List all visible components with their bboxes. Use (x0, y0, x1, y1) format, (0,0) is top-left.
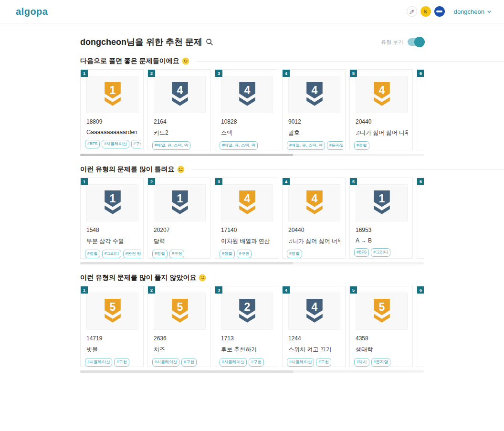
tier-shield-icon: 4 (237, 189, 257, 216)
tag-chip[interactable]: #정렬 (85, 250, 100, 258)
tag-list: #정렬#구현 (152, 250, 208, 258)
problem-id: 9012 (288, 118, 345, 125)
tag-chip[interactable]: #그리디 (371, 248, 390, 257)
problem-id: 17140 (221, 227, 278, 233)
tag-chip[interactable]: #정렬 (354, 141, 369, 150)
tag-chip[interactable]: #구현 (131, 140, 141, 148)
tag-chip[interactable]: #완전 탐색 (123, 250, 141, 258)
tag-chip[interactable]: #시뮬레이션 (102, 140, 129, 148)
scrollbar-thumb[interactable] (80, 154, 293, 156)
tag-chip[interactable]: #시뮬레이션 (152, 358, 179, 367)
tag-list: #배열, 큐, 스택, 덱#문자열 (287, 141, 343, 150)
problem-card[interactable]: 3 4 10828 스택 #배열, 큐, 스택, 덱 (215, 69, 278, 150)
problem-title: 후보 추천하기 (221, 346, 273, 354)
problem-card[interactable]: 4 4 9012 괄호 #배열, 큐, 스택, 덱#문자열 (282, 69, 346, 150)
tag-chip[interactable]: #정렬 (152, 250, 168, 258)
tag-list: #정렬#구현 (220, 250, 275, 258)
section-divider (191, 169, 504, 170)
svg-text:1: 1 (109, 84, 116, 96)
horizontal-scrollbar[interactable] (80, 262, 424, 264)
tag-chip[interactable]: #정렬 (220, 250, 235, 258)
problem-card[interactable]: 4 4 1244 스위치 켜고 끄기 #시뮬레이션#구현 (282, 286, 346, 367)
section-heading: 이런 유형의 문제를 많이 틀려요 (80, 165, 185, 174)
problem-section: 이런 유형의 문제를 많이 틀려요 1 1 1548 부분 삼 (80, 165, 504, 264)
horizontal-scrollbar[interactable] (80, 370, 424, 373)
toggle-label: 유형 보기 (381, 39, 403, 46)
problem-card[interactable]: 4 4 20440 ♫니가 싫어 싫어 너무 ... #정렬 (282, 178, 346, 259)
svg-text:4: 4 (378, 84, 385, 96)
problem-card[interactable]: 5 5 4358 생태학 #해시#문자열 (349, 286, 413, 367)
scrollbar-thumb[interactable] (80, 370, 293, 373)
tag-chip[interactable]: #시뮬레이션 (85, 358, 112, 367)
rank-badge: 2 (148, 286, 155, 294)
problem-card[interactable]: 3 4 17140 이차원 배열과 연산 #정렬#구현 (215, 178, 278, 259)
rank-badge: 4 (283, 178, 290, 185)
tag-chip[interactable]: #배열, 큐, 스택, 덱 (287, 141, 325, 150)
tag-chip[interactable]: #BFS (85, 140, 100, 148)
problem-card[interactable]: 1 1 18809 Gaaaaaaaaaaarden #BFS#시뮬레이션#구현 (80, 69, 144, 150)
tag-chip[interactable]: #구현 (316, 358, 331, 367)
tag-chip[interactable]: #시뮬레이션 (220, 358, 247, 367)
svg-text:1: 1 (177, 192, 183, 205)
rank-badge: 6 (417, 286, 424, 294)
type-view-toggle[interactable] (408, 38, 424, 46)
user-menu[interactable]: dongcheon (454, 8, 492, 15)
tier-image: 2 (221, 293, 273, 330)
tag-chip[interactable]: #해시 (354, 358, 369, 367)
section-header: 다음으로 풀면 좋은 문제들이에요 (80, 57, 504, 65)
scrollbar-thumb[interactable] (80, 262, 293, 264)
horizontal-scrollbar[interactable] (80, 154, 424, 156)
problem-card[interactable]: 6 (417, 286, 424, 367)
chevron-down-icon (487, 10, 492, 14)
svg-text:2: 2 (244, 301, 250, 313)
k-badge-icon[interactable]: k (420, 6, 431, 17)
problem-card[interactable]: 1 1 1548 부분 삼각 수열 #정렬#그리디#완전 탐색 (80, 178, 144, 259)
tier-image: 1 (86, 76, 138, 113)
problem-card[interactable]: 5 4 20440 ♫니가 싫어 싫어 너무 ... #정렬 (349, 69, 413, 150)
thinking-face-icon (199, 274, 206, 282)
tag-chip[interactable]: #배열, 큐, 스택, 덱 (152, 141, 190, 150)
tag-chip[interactable]: #그리디 (102, 250, 121, 258)
tier-image: 4 (288, 76, 340, 113)
tag-chip[interactable]: #구현 (169, 250, 185, 258)
cards-row: 1 1 1548 부분 삼각 수열 #정렬#그리디#완전 탐색 2 1 2020… (80, 178, 424, 259)
tier-shield-icon: 1 (372, 189, 392, 216)
tag-list: #정렬 (354, 141, 410, 150)
svg-text:1: 1 (378, 192, 385, 205)
tag-chip[interactable]: #문자열 (327, 141, 343, 150)
problem-card[interactable]: 6 (417, 69, 424, 150)
tag-chip[interactable]: #배열, 큐, 스택, 덱 (220, 141, 258, 150)
page-title: dongcheon님을 위한 추천 문제 (80, 36, 213, 48)
algopa-logo[interactable]: algopa (16, 6, 48, 17)
tag-chip[interactable]: #구현 (181, 358, 197, 367)
tier-image: 4 (221, 184, 273, 221)
tag-list: #시뮬레이션#구현 (220, 358, 275, 367)
tag-chip[interactable]: #구현 (237, 250, 252, 258)
rocket-icon[interactable] (407, 6, 417, 17)
rank-badge: 3 (215, 70, 222, 77)
svg-text:5: 5 (378, 301, 385, 313)
problem-card[interactable]: 2 1 20207 달력 #정렬#구현 (147, 178, 211, 259)
problem-id: 1548 (86, 227, 143, 233)
tag-chip[interactable]: #시뮬레이션 (287, 358, 314, 367)
tier-image: 4 (356, 76, 408, 113)
tag-chip[interactable]: #구현 (249, 358, 264, 367)
tag-chip[interactable]: #BFS (354, 248, 369, 257)
rank-badge: 1 (81, 178, 88, 185)
tag-chip[interactable]: #구현 (114, 358, 129, 367)
tag-chip[interactable]: #문자열 (371, 358, 390, 367)
baekjoon-icon[interactable] (434, 6, 445, 17)
problem-card[interactable]: 6 (417, 178, 424, 259)
tier-image: 1 (154, 184, 206, 221)
tier-shield-icon: 5 (103, 298, 123, 325)
problem-card[interactable]: 2 4 2164 카드2 #배열, 큐, 스택, 덱 (147, 69, 211, 150)
problem-card[interactable]: 1 5 14719 빗물 #시뮬레이션#구현 (80, 286, 144, 367)
tier-shield-icon: 5 (170, 298, 190, 325)
problem-card[interactable]: 3 2 1713 후보 추천하기 #시뮬레이션#구현 (215, 286, 278, 367)
problem-card[interactable]: 2 5 2636 치즈 #시뮬레이션#구현 (147, 286, 211, 367)
tag-chip[interactable]: #정렬 (287, 250, 302, 258)
page-title-text: dongcheon님을 위한 추천 문제 (80, 36, 202, 48)
problem-card[interactable]: 5 1 16953 A → B #BFS#그리디 (349, 178, 413, 259)
tier-shield-icon: 4 (237, 81, 257, 108)
problem-id: 14719 (86, 335, 143, 342)
